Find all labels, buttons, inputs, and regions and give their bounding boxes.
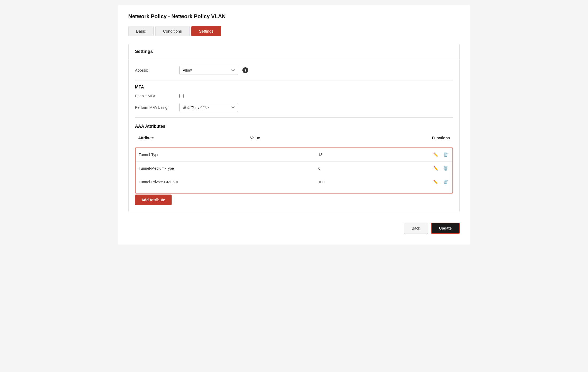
aaa-table-header-row: Attribute Value Functions: [135, 133, 453, 143]
attr-functions-2: ✏️ 🗑️: [363, 162, 452, 175]
attr-value-2: 6: [315, 162, 363, 175]
tabs-row: Basic Conditions Settings: [128, 26, 460, 36]
mfa-section: MFA Enable MFA Perform MFA Using: 選んでくださ…: [135, 85, 453, 112]
table-row: Tunnel-Medium-Type 6 ✏️ 🗑️: [136, 162, 452, 175]
settings-header: Settings: [129, 44, 459, 59]
tab-settings[interactable]: Settings: [191, 26, 221, 36]
footer-actions: Back Update: [128, 223, 460, 234]
delete-icon-1[interactable]: 🗑️: [442, 152, 449, 158]
attr-name-3: Tunnel-Private-Group-ID: [136, 175, 315, 189]
tab-basic[interactable]: Basic: [128, 26, 154, 36]
attributes-box: Tunnel-Type 13 ✏️ 🗑️ Tunn: [135, 148, 453, 193]
edit-icon-2[interactable]: ✏️: [432, 165, 439, 171]
table-row: Tunnel-Private-Group-ID 100 ✏️ 🗑️: [136, 175, 452, 189]
aaa-section: AAA Attributes Attribute Value Functions: [135, 124, 453, 205]
enable-mfa-label: Enable MFA: [135, 94, 175, 98]
page-title: Network Policy - Network Policy VLAN: [128, 13, 460, 20]
attr-name-2: Tunnel-Medium-Type: [136, 162, 315, 175]
delete-icon-2[interactable]: 🗑️: [442, 165, 449, 171]
aaa-heading: AAA Attributes: [135, 124, 453, 129]
aaa-divider: [135, 117, 453, 118]
aaa-table-head: Attribute Value Functions: [135, 133, 453, 143]
tab-conditions[interactable]: Conditions: [155, 26, 190, 36]
edit-icon-3[interactable]: ✏️: [432, 179, 439, 185]
access-help-icon[interactable]: ?: [242, 67, 248, 73]
settings-heading: Settings: [135, 49, 453, 54]
delete-icon-3[interactable]: 🗑️: [442, 179, 449, 185]
attr-name-1: Tunnel-Type: [136, 148, 315, 162]
perform-mfa-select[interactable]: 選んでください: [179, 103, 238, 112]
attr-value-1: 13: [315, 148, 363, 162]
action-icons-3: ✏️ 🗑️: [432, 179, 449, 185]
action-icons-1: ✏️ 🗑️: [432, 152, 449, 158]
edit-icon-1[interactable]: ✏️: [432, 152, 439, 158]
mfa-divider: [135, 80, 453, 80]
access-label: Access:: [135, 68, 175, 72]
aaa-table: Attribute Value Functions: [135, 133, 453, 143]
col-value: Value: [247, 133, 329, 143]
attr-functions-3: ✏️ 🗑️: [363, 175, 452, 189]
settings-card: Settings Access: Allow Deny ? MFA Enable…: [128, 44, 460, 212]
update-button[interactable]: Update: [431, 223, 460, 234]
attr-value-3: 100: [315, 175, 363, 189]
enable-mfa-row: Enable MFA: [135, 94, 453, 98]
access-row: Access: Allow Deny ?: [135, 66, 453, 75]
col-functions: Functions: [329, 133, 453, 143]
add-attribute-button[interactable]: Add Attribute: [135, 195, 172, 205]
access-select[interactable]: Allow Deny: [179, 66, 238, 75]
aaa-data-table: Tunnel-Type 13 ✏️ 🗑️ Tunn: [136, 148, 452, 189]
col-attribute: Attribute: [135, 133, 247, 143]
page-container: Network Policy - Network Policy VLAN Bas…: [118, 5, 470, 245]
aaa-table-body: Tunnel-Type 13 ✏️ 🗑️ Tunn: [136, 148, 452, 189]
enable-mfa-checkbox[interactable]: [179, 94, 184, 98]
table-row: Tunnel-Type 13 ✏️ 🗑️: [136, 148, 452, 162]
perform-mfa-row: Perform MFA Using: 選んでください: [135, 103, 453, 112]
mfa-heading: MFA: [135, 85, 453, 90]
perform-mfa-label: Perform MFA Using:: [135, 105, 175, 110]
attr-functions-1: ✏️ 🗑️: [363, 148, 452, 162]
back-button[interactable]: Back: [404, 223, 428, 234]
settings-body: Access: Allow Deny ? MFA Enable MFA Perf…: [129, 59, 459, 212]
action-icons-2: ✏️ 🗑️: [432, 165, 449, 171]
